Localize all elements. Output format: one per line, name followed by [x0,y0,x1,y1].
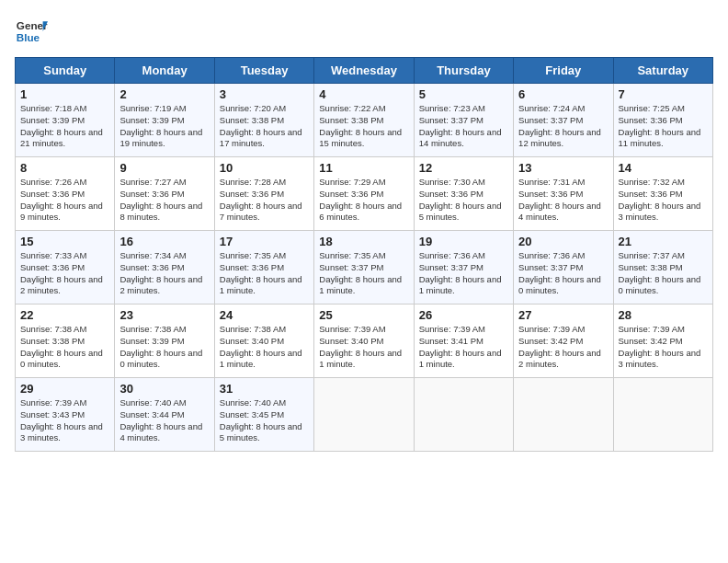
calendar-cell: 6Sunrise: 7:24 AM Sunset: 3:37 PM Daylig… [514,84,613,157]
calendar-cell: 28Sunrise: 7:39 AM Sunset: 3:42 PM Dayli… [613,304,712,378]
calendar-cell: 4Sunrise: 7:22 AM Sunset: 3:38 PM Daylig… [314,84,414,157]
cell-info: Sunrise: 7:34 AM Sunset: 3:36 PM Dayligh… [119,250,209,297]
cell-info: Sunrise: 7:39 AM Sunset: 3:41 PM Dayligh… [419,324,508,371]
cell-info: Sunrise: 7:40 AM Sunset: 3:44 PM Dayligh… [119,397,209,444]
calendar-cell: 7Sunrise: 7:25 AM Sunset: 3:36 PM Daylig… [613,84,712,157]
calendar-cell: 15Sunrise: 7:33 AM Sunset: 3:36 PM Dayli… [16,231,115,304]
day-number: 29 [20,382,109,396]
calendar-week-2: 8Sunrise: 7:26 AM Sunset: 3:36 PM Daylig… [16,157,713,231]
cell-info: Sunrise: 7:36 AM Sunset: 3:37 PM Dayligh… [419,250,508,297]
calendar-cell: 27Sunrise: 7:39 AM Sunset: 3:42 PM Dayli… [514,304,613,378]
day-number: 25 [319,308,408,322]
cell-info: Sunrise: 7:30 AM Sunset: 3:36 PM Dayligh… [419,177,508,224]
cell-info: Sunrise: 7:39 AM Sunset: 3:42 PM Dayligh… [518,324,608,371]
calendar-cell: 2Sunrise: 7:19 AM Sunset: 3:39 PM Daylig… [115,84,214,157]
cell-info: Sunrise: 7:38 AM Sunset: 3:38 PM Dayligh… [20,324,109,371]
cell-info: Sunrise: 7:23 AM Sunset: 3:37 PM Dayligh… [419,103,508,150]
calendar-cell: 25Sunrise: 7:39 AM Sunset: 3:40 PM Dayli… [314,304,414,378]
cell-info: Sunrise: 7:31 AM Sunset: 3:36 PM Dayligh… [518,177,608,224]
day-number: 10 [220,161,309,175]
calendar-cell [414,378,513,452]
calendar-cell: 26Sunrise: 7:39 AM Sunset: 3:41 PM Dayli… [414,304,513,378]
calendar-cell: 30Sunrise: 7:40 AM Sunset: 3:44 PM Dayli… [115,378,214,452]
calendar-table: SundayMondayTuesdayWednesdayThursdayFrid… [15,57,713,452]
day-number: 31 [220,382,309,396]
cell-info: Sunrise: 7:36 AM Sunset: 3:37 PM Dayligh… [518,250,608,297]
calendar-cell: 8Sunrise: 7:26 AM Sunset: 3:36 PM Daylig… [16,157,115,231]
day-number: 30 [119,382,209,396]
day-number: 4 [319,87,408,101]
day-number: 17 [220,235,309,248]
cell-info: Sunrise: 7:39 AM Sunset: 3:40 PM Dayligh… [319,324,408,371]
svg-text:Blue: Blue [17,31,40,43]
cell-info: Sunrise: 7:18 AM Sunset: 3:39 PM Dayligh… [20,103,109,150]
calendar-cell [613,378,712,452]
page-header: General Blue [15,15,713,48]
cell-info: Sunrise: 7:33 AM Sunset: 3:36 PM Dayligh… [20,250,109,297]
day-number: 7 [619,87,708,101]
header-cell-monday: Monday [115,58,214,84]
calendar-cell: 18Sunrise: 7:35 AM Sunset: 3:37 PM Dayli… [314,231,414,304]
day-number: 14 [619,161,708,175]
cell-info: Sunrise: 7:37 AM Sunset: 3:38 PM Dayligh… [619,250,708,297]
cell-info: Sunrise: 7:24 AM Sunset: 3:37 PM Dayligh… [518,103,608,150]
day-number: 20 [518,235,608,248]
cell-info: Sunrise: 7:28 AM Sunset: 3:36 PM Dayligh… [220,177,309,224]
logo: General Blue [15,15,48,48]
header-cell-sunday: Sunday [16,58,115,84]
day-number: 28 [619,308,708,322]
day-number: 19 [419,235,508,248]
day-number: 16 [119,235,209,248]
calendar-week-1: 1Sunrise: 7:18 AM Sunset: 3:39 PM Daylig… [16,84,713,157]
header-cell-thursday: Thursday [414,58,513,84]
cell-info: Sunrise: 7:40 AM Sunset: 3:45 PM Dayligh… [220,397,309,444]
cell-info: Sunrise: 7:39 AM Sunset: 3:42 PM Dayligh… [619,324,708,371]
day-number: 11 [319,161,408,175]
calendar-cell: 5Sunrise: 7:23 AM Sunset: 3:37 PM Daylig… [414,84,513,157]
day-number: 22 [20,308,109,322]
calendar-cell: 16Sunrise: 7:34 AM Sunset: 3:36 PM Dayli… [115,231,214,304]
cell-info: Sunrise: 7:29 AM Sunset: 3:36 PM Dayligh… [319,177,408,224]
calendar-cell: 14Sunrise: 7:32 AM Sunset: 3:36 PM Dayli… [613,157,712,231]
calendar-cell: 13Sunrise: 7:31 AM Sunset: 3:36 PM Dayli… [514,157,613,231]
calendar-cell: 21Sunrise: 7:37 AM Sunset: 3:38 PM Dayli… [613,231,712,304]
calendar-cell: 12Sunrise: 7:30 AM Sunset: 3:36 PM Dayli… [414,157,513,231]
cell-info: Sunrise: 7:38 AM Sunset: 3:40 PM Dayligh… [220,324,309,371]
calendar-cell: 1Sunrise: 7:18 AM Sunset: 3:39 PM Daylig… [16,84,115,157]
day-number: 21 [619,235,708,248]
header-cell-saturday: Saturday [613,58,712,84]
day-number: 9 [119,161,209,175]
header-cell-tuesday: Tuesday [214,58,313,84]
logo-icon: General Blue [15,15,48,48]
cell-info: Sunrise: 7:19 AM Sunset: 3:39 PM Dayligh… [119,103,209,150]
calendar-cell: 9Sunrise: 7:27 AM Sunset: 3:36 PM Daylig… [115,157,214,231]
calendar-week-3: 15Sunrise: 7:33 AM Sunset: 3:36 PM Dayli… [16,231,713,304]
calendar-cell: 31Sunrise: 7:40 AM Sunset: 3:45 PM Dayli… [214,378,313,452]
calendar-cell: 22Sunrise: 7:38 AM Sunset: 3:38 PM Dayli… [16,304,115,378]
day-number: 3 [220,87,309,101]
calendar-header-row: SundayMondayTuesdayWednesdayThursdayFrid… [16,58,713,84]
day-number: 26 [419,308,508,322]
cell-info: Sunrise: 7:20 AM Sunset: 3:38 PM Dayligh… [220,103,309,150]
cell-info: Sunrise: 7:35 AM Sunset: 3:36 PM Dayligh… [220,250,309,297]
cell-info: Sunrise: 7:32 AM Sunset: 3:36 PM Dayligh… [619,177,708,224]
calendar-body: 1Sunrise: 7:18 AM Sunset: 3:39 PM Daylig… [16,84,713,452]
calendar-cell: 3Sunrise: 7:20 AM Sunset: 3:38 PM Daylig… [214,84,313,157]
day-number: 5 [419,87,508,101]
day-number: 12 [419,161,508,175]
calendar-cell: 20Sunrise: 7:36 AM Sunset: 3:37 PM Dayli… [514,231,613,304]
header-cell-wednesday: Wednesday [314,58,414,84]
day-number: 15 [20,235,109,248]
calendar-cell: 11Sunrise: 7:29 AM Sunset: 3:36 PM Dayli… [314,157,414,231]
day-number: 6 [518,87,608,101]
cell-info: Sunrise: 7:38 AM Sunset: 3:39 PM Dayligh… [119,324,209,371]
calendar-week-4: 22Sunrise: 7:38 AM Sunset: 3:38 PM Dayli… [16,304,713,378]
cell-info: Sunrise: 7:22 AM Sunset: 3:38 PM Dayligh… [319,103,408,150]
day-number: 24 [220,308,309,322]
header-cell-friday: Friday [514,58,613,84]
day-number: 8 [20,161,109,175]
cell-info: Sunrise: 7:25 AM Sunset: 3:36 PM Dayligh… [619,103,708,150]
calendar-cell [314,378,414,452]
day-number: 18 [319,235,408,248]
day-number: 1 [20,87,109,101]
